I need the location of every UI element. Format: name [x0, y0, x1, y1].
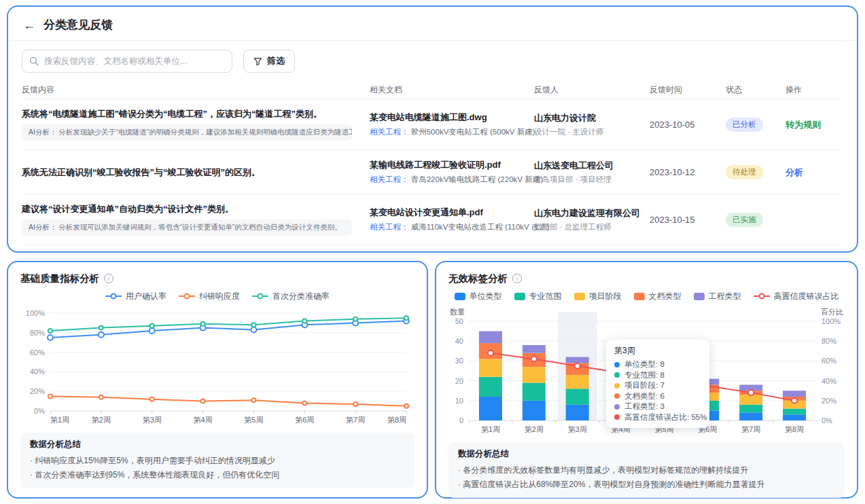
feedback-cell: 系统无法正确识别“竣工验收报告”与“竣工验收证明”的区别。: [22, 166, 370, 178]
legend-item[interactable]: 工程类型: [694, 291, 741, 302]
doc-cell: 某输电线路工程竣工验收证明.pdf 相关工程： 青岛220kV输电线路工程 (2…: [370, 159, 534, 185]
tooltip-text: 文档类型: 6: [624, 391, 665, 402]
legend-item[interactable]: 单位类型: [455, 291, 502, 302]
invalid-legend: 单位类型专业范围项目阶段文档类型工程类型高置信度错误占比: [448, 289, 845, 303]
col-header-action: 操作: [785, 84, 842, 96]
info-icon[interactable]: i: [512, 274, 522, 283]
person-role: 监理部 · 总监理工程师: [534, 222, 650, 232]
ai-analysis-text: 分析发现缺少关于“电缆隧道”的明确分类规则，建议添加相关规则明确电缆隧道应归类为…: [58, 128, 352, 136]
person-cell: 山东送变电工程公司 青岛项目部 · 项目经理: [534, 160, 650, 185]
legend-item[interactable]: 文档类型: [634, 291, 682, 302]
person-name: 山东电力设计院: [534, 112, 650, 124]
col-header-doc: 相关文档: [370, 84, 534, 96]
svg-text:0%: 0%: [34, 407, 45, 415]
legend-label: 纠错响应度: [199, 291, 240, 302]
tooltip-dot-icon: [614, 372, 620, 378]
legend-item[interactable]: 首次分类准确率: [252, 291, 330, 302]
person-role: 设计一院 · 主设计师: [534, 127, 650, 137]
tooltip-text: 单位类型: 8: [624, 359, 665, 370]
ai-analysis-label: AI分析：: [29, 128, 56, 136]
legend-item[interactable]: 专业范围: [514, 291, 562, 302]
summary-bullet: 高置信度错误占比从68%降至20%，表明模型对自身预测的准确性判断能力显著提升: [458, 478, 835, 492]
filter-button-label: 筛选: [267, 55, 285, 67]
svg-text:百分比: 百分比: [821, 308, 843, 316]
related-project-label: 相关工程：: [370, 175, 409, 183]
legend-item[interactable]: 纠错响应度: [179, 291, 240, 302]
svg-text:0: 0: [459, 416, 463, 425]
invalid-chart-title: 无效标签分析: [448, 272, 508, 285]
legend-swatch-icon: [514, 293, 525, 300]
info-icon[interactable]: i: [104, 274, 113, 283]
person-cell: 山东电力建设监理有限公司 监理部 · 总监理工程师: [534, 207, 650, 232]
doc-name: 某变电站电缆隧道施工图.dwg: [370, 111, 534, 124]
legend-item[interactable]: 项目阶段: [574, 291, 622, 302]
legend-item[interactable]: 用户确认率: [105, 291, 166, 302]
person-cell: 山东电力设计院 设计一院 · 主设计师: [534, 112, 650, 137]
table-header-row: 反馈内容 相关文档 反馈人 反馈时间 状态 操作: [22, 81, 843, 98]
tooltip-text: 工程类型: 3: [624, 401, 665, 412]
svg-text:数量: 数量: [450, 308, 465, 316]
tooltip-item: 单位类型: 8: [614, 359, 701, 370]
feedback-text: 系统将“电缆隧道施工图”错误分类为“电缆工程”，应该归为“隧道工程”类别。: [22, 108, 352, 120]
table-row: 建议将“设计变更通知单”自动归类为“设计文件”类别。 AI分析： 分析发现可以添…: [22, 194, 843, 245]
svg-text:0%: 0%: [822, 416, 832, 425]
doc-name: 某变电站设计变更通知单.pdf: [370, 206, 534, 219]
tooltip-item: 工程类型: 3: [614, 401, 701, 412]
feedback-cell: 建议将“设计变更通知单”自动归类为“设计文件”类别。 AI分析： 分析发现可以添…: [22, 203, 370, 236]
quality-line-chart: 0%20%40%60%80%100%第1周第2周第3周第4周第5周第6周第7周第…: [20, 306, 414, 427]
search-box[interactable]: [22, 50, 232, 73]
summary-bullet: 首次分类准确率达到95%，系统整体性能表现良好，但仍有优化空间: [30, 468, 405, 482]
svg-text:第8周: 第8周: [387, 416, 406, 424]
col-header-status: 状态: [726, 84, 785, 96]
svg-text:100%: 100%: [822, 317, 841, 325]
back-icon[interactable]: ←: [23, 18, 35, 32]
summary-bullet: 纠错响应度从15%降至5%，表明用户需要手动纠正的情况明显减少: [30, 454, 405, 468]
chart-tooltip: 第3周 单位类型: 8专业范围: 8项目阶段: 7文档类型: 6工程类型: 3高…: [606, 340, 709, 428]
feedback-cell: 系统将“电缆隧道施工图”错误分类为“电缆工程”，应该归为“隧道工程”类别。 AI…: [22, 108, 370, 141]
svg-text:第3周: 第3周: [143, 416, 162, 424]
legend-item[interactable]: 高置信度错误占比: [754, 291, 839, 302]
legend-swatch-icon: [694, 293, 705, 300]
svg-text:第4周: 第4周: [194, 416, 213, 424]
filter-button[interactable]: 筛选: [243, 50, 295, 73]
line-marker-icon: [754, 293, 770, 300]
legend-label: 工程类型: [709, 291, 741, 302]
quality-chart-panel: 基础质量指标分析 i 用户确认率纠错响应度首次分类准确率 0%20%40%60%…: [7, 261, 428, 499]
ai-analysis-label: AI分析：: [29, 223, 56, 231]
feedback-panel: ← 分类意见反馈 筛选 反馈内容 相关文档 反馈人 反馈时间 状态 操作: [7, 5, 858, 253]
line-marker-icon: [179, 293, 195, 300]
svg-text:第1周: 第1周: [481, 425, 500, 433]
summary-title: 数据分析总结: [458, 448, 835, 460]
quality-summary: 数据分析总结 纠错响应度从15%降至5%，表明用户需要手动纠正的情况明显减少 首…: [20, 433, 414, 488]
svg-text:第6周: 第6周: [295, 416, 314, 424]
invalid-summary: 数据分析总结 各分类维度的无效标签数量均有明显减少，表明模型对标签规范的理解持续…: [448, 442, 845, 498]
related-project-label: 相关工程：: [370, 128, 409, 136]
svg-text:第5周: 第5周: [244, 416, 263, 424]
feedback-time: 2023-10-05: [650, 120, 726, 130]
tooltip-dot-icon: [614, 404, 620, 410]
action-link[interactable]: 转为规则: [785, 120, 821, 130]
status-badge: 待处理: [726, 165, 763, 179]
svg-text:60%: 60%: [30, 348, 45, 357]
svg-text:100%: 100%: [26, 309, 45, 317]
tooltip-item: 项目阶段: 7: [614, 380, 701, 391]
action-link[interactable]: 分析: [785, 167, 803, 177]
legend-label: 单位类型: [470, 291, 502, 302]
summary-bullet: 各分类维度的无效标签数量均有明显减少，表明模型对标签规范的理解持续提升: [458, 463, 835, 478]
quality-legend: 用户确认率纠错响应度首次分类准确率: [20, 289, 414, 303]
tooltip-text: 专业范围: 8: [624, 370, 665, 381]
person-role: 青岛项目部 · 项目经理: [534, 175, 650, 185]
line-marker-icon: [105, 293, 122, 300]
svg-text:第3周: 第3周: [568, 425, 587, 433]
search-input[interactable]: [44, 56, 225, 66]
svg-text:第7周: 第7周: [346, 416, 365, 424]
feedback-text: 建议将“设计变更通知单”自动归类为“设计文件”类别。: [22, 203, 352, 215]
doc-cell: 某变电站电缆隧道施工图.dwg 相关工程： 胶州500kV变电站工程 (500k…: [370, 111, 534, 137]
status-badge: 已实施: [726, 213, 763, 227]
tooltip-item: 高置信度错误占比: 55%: [614, 412, 701, 423]
col-header-person: 反馈人: [534, 84, 650, 96]
legend-label: 用户确认率: [126, 291, 166, 302]
page-title: 分类意见反馈: [43, 17, 113, 33]
search-icon: [29, 56, 39, 66]
legend-swatch-icon: [574, 293, 585, 300]
